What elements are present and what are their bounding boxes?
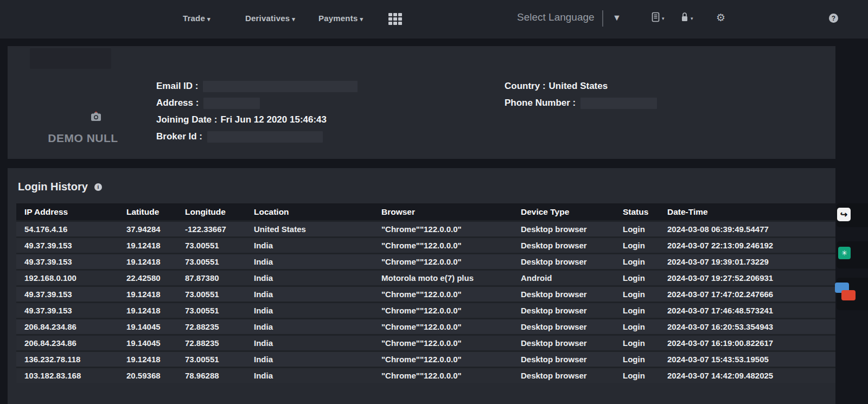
cell-ip: 206.84.234.86: [16, 322, 118, 331]
cell-ip: 103.182.83.168: [16, 371, 118, 380]
field-label: Joining Date :: [156, 114, 217, 125]
nav-item-payments[interactable]: Payments▾: [318, 14, 363, 23]
help-icon[interactable]: ?: [829, 14, 838, 23]
profile-field-address: Address :: [156, 97, 358, 109]
profile-field-country: Country : United States: [505, 80, 657, 92]
cell-device-type: Desktop browser: [513, 257, 615, 266]
nav-item-trade[interactable]: Trade▾: [183, 14, 210, 23]
column-header: IP Address: [16, 207, 118, 217]
chevron-down-icon: ▾: [360, 16, 363, 22]
cell-datetime: 2024-03-07 16:20:53.354943: [659, 322, 835, 331]
table-row: 206.84.234.86 19.14045 72.88235 India "C…: [16, 334, 835, 350]
column-header: Device Type: [513, 207, 615, 217]
column-header: Date-Time: [659, 207, 835, 217]
cell-datetime: 2024-03-07 16:19:00.822617: [659, 338, 835, 348]
cell-datetime: 2024-03-07 19:27:52.206931: [659, 273, 835, 283]
chevron-down-icon: ▾: [207, 16, 210, 22]
cell-datetime: 2024-03-07 14:42:09.482025: [659, 371, 835, 380]
redacted-value: [580, 98, 657, 109]
login-history-title: Login History: [18, 181, 88, 193]
table-row: 192.168.0.100 22.42580 87.87380 India Mo…: [16, 269, 835, 285]
table-row: 49.37.39.153 19.12418 73.00551 India "Ch…: [16, 302, 835, 318]
column-header: Status: [615, 207, 659, 217]
cell-device-type: Desktop browser: [513, 322, 615, 331]
cell-ip: 49.37.39.153: [16, 257, 118, 266]
cell-latitude: 37.94284: [118, 225, 177, 234]
redacted-label: [30, 48, 111, 69]
cell-longitude: 73.00551: [177, 241, 246, 250]
cell-browser: Motorola moto e(7) plus: [373, 273, 513, 283]
cell-ip: 206.84.234.86: [16, 338, 118, 348]
field-label: Broker Id :: [156, 131, 202, 142]
profile-field-phone: Phone Number :: [505, 97, 657, 109]
cell-device-type: Android: [513, 273, 615, 283]
cell-device-type: Desktop browser: [513, 290, 615, 299]
apps-grid-icon[interactable]: [388, 13, 402, 25]
cell-longitude: 73.00551: [177, 355, 246, 364]
chatgpt-extension-icon[interactable]: ✳: [838, 247, 851, 259]
table-body: 54.176.4.16 37.94284 -122.33667 United S…: [16, 220, 835, 383]
cell-device-type: Desktop browser: [513, 355, 615, 364]
cell-device-type: Desktop browser: [513, 371, 615, 380]
column-header: Browser: [373, 207, 513, 217]
cell-location: India: [246, 306, 373, 315]
cell-device-type: Desktop browser: [513, 338, 615, 348]
cell-latitude: 19.12418: [118, 355, 177, 364]
account-security-menu[interactable]: ▾: [680, 12, 693, 24]
cell-location: India: [246, 290, 373, 299]
cell-location: India: [246, 355, 373, 364]
nav-item-derivatives[interactable]: Derivatives▾: [245, 14, 295, 23]
info-icon[interactable]: i: [94, 183, 102, 191]
cell-latitude: 20.59368: [118, 371, 177, 380]
cell-status: Login: [615, 273, 659, 283]
cell-latitude: 19.12418: [118, 241, 177, 250]
chevron-down-icon: ▾: [292, 16, 295, 22]
cell-browser: "Chrome""122.0.0.0": [373, 322, 513, 331]
login-history-table: IP Address Latitude Longitude Location B…: [16, 203, 835, 383]
field-label: Email ID :: [156, 81, 198, 92]
cell-longitude: 87.87380: [177, 273, 246, 283]
column-header: Longitude: [177, 207, 246, 217]
profile-fields-right: Country : United States Phone Number :: [505, 80, 657, 114]
top-navbar: Trade▾ Derivatives▾ Payments▾ Select Lan…: [0, 0, 868, 39]
table-row: 103.182.83.168 20.59368 78.96288 India "…: [16, 367, 835, 383]
table-row: 54.176.4.16 37.94284 -122.33667 United S…: [16, 220, 835, 236]
cell-status: Login: [615, 355, 659, 364]
cell-browser: "Chrome""122.0.0.0": [373, 257, 513, 266]
divider: [602, 10, 603, 27]
cell-longitude: -122.33667: [177, 225, 246, 234]
cell-latitude: 19.12418: [118, 290, 177, 299]
chat-bubbles-icon[interactable]: [835, 283, 853, 304]
cell-browser: "Chrome""122.0.0.0": [373, 371, 513, 380]
camera-icon[interactable]: [90, 111, 102, 124]
orders-menu[interactable]: ▾: [651, 12, 665, 24]
lock-icon: [680, 12, 689, 24]
cell-datetime: 2024-03-07 17:46:48.573241: [659, 306, 835, 315]
profile-fields-left: Email ID : Address : Joining Date : Fri …: [156, 80, 358, 148]
redacted-value: [203, 98, 260, 109]
profile-field-broker-id: Broker Id :: [156, 131, 358, 143]
language-selector[interactable]: Select Language: [517, 11, 595, 23]
cell-latitude: 22.42580: [118, 273, 177, 283]
profile-field-email: Email ID :: [156, 80, 358, 92]
cell-status: Login: [615, 257, 659, 266]
cell-browser: "Chrome""122.0.0.0": [373, 338, 513, 348]
share-arrow-icon[interactable]: ↪: [837, 208, 851, 221]
field-label: Country :: [505, 81, 546, 92]
field-value: Fri Jun 12 2020 15:46:43: [220, 114, 327, 125]
cell-status: Login: [615, 290, 659, 299]
table-header-row: IP Address Latitude Longitude Location B…: [16, 203, 835, 220]
settings-gear-icon[interactable]: ⚙: [716, 11, 725, 24]
login-history-card: Login History i IP Address Latitude Long…: [8, 168, 835, 404]
red-bubble: [841, 290, 856, 300]
chevron-down-icon: ▾: [662, 16, 665, 21]
cell-browser: "Chrome""122.0.0.0": [373, 241, 513, 250]
profile-name: DEMO NULL: [34, 132, 132, 145]
field-label: Address :: [156, 98, 199, 108]
cell-latitude: 19.12418: [118, 257, 177, 266]
cell-location: India: [246, 371, 373, 380]
field-label: Phone Number :: [505, 98, 576, 108]
column-header: Latitude: [118, 207, 177, 217]
cell-longitude: 72.88235: [177, 338, 246, 348]
language-caret-icon[interactable]: ▼: [612, 13, 621, 23]
